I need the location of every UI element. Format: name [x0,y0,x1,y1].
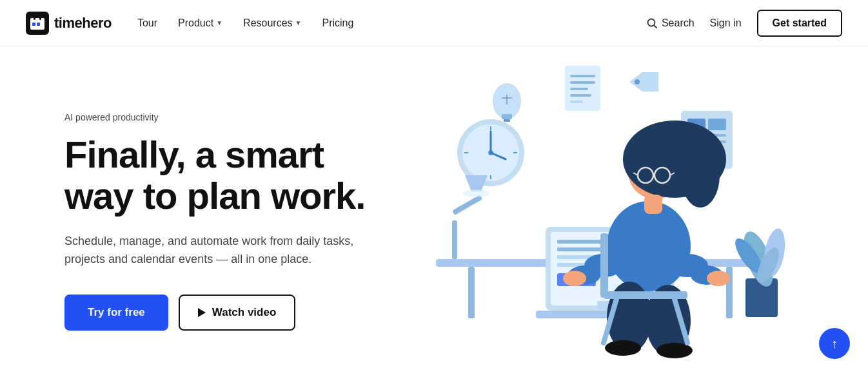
nav-item-product[interactable]: Product ▼ [178,17,222,29]
nav-item-resources[interactable]: Resources ▼ [243,17,301,29]
svg-point-20 [635,79,640,84]
svg-marker-19 [629,72,658,92]
svg-point-68 [563,271,586,286]
svg-rect-63 [644,195,662,214]
get-started-button[interactable]: Get started [757,10,842,37]
svg-rect-3 [39,16,41,20]
watch-video-button[interactable]: Watch video [179,295,296,331]
svg-marker-43 [465,175,488,191]
logo-link[interactable]: timehero [26,12,112,35]
svg-rect-2 [34,16,35,20]
svg-rect-77 [600,233,608,298]
svg-rect-10 [504,119,510,122]
svg-point-69 [707,271,730,286]
hero-description: Schedule, manage, and automate work from… [64,233,374,269]
hero-content: AI powered productivity Finally, a smart… [64,93,426,331]
signin-button[interactable]: Sign in [710,17,742,29]
svg-point-57 [681,143,720,208]
svg-rect-16 [570,88,588,90]
svg-rect-14 [570,75,595,77]
svg-rect-39 [468,267,475,318]
nav-item-tour[interactable]: Tour [137,17,157,29]
product-arrow-icon: ▼ [216,19,222,26]
hero-buttons: Try for free Watch video [64,295,426,331]
svg-point-6 [647,19,655,26]
nav-link-resources[interactable]: Resources ▼ [243,17,301,29]
svg-rect-9 [502,114,512,119]
svg-point-54 [607,201,691,291]
svg-rect-4 [32,23,35,26]
svg-rect-15 [570,81,595,84]
search-icon [646,17,658,29]
svg-rect-17 [570,94,591,97]
hero-section: AI powered productivity Finally, a smart… [0,46,868,377]
hero-title: Finally, a smart way to plan work. [64,134,426,217]
navbar: timehero Tour Product ▼ Resources ▼ Pric… [0,0,868,46]
nav-link-tour[interactable]: Tour [137,17,157,29]
nav-link-pricing[interactable]: Pricing [322,17,353,29]
logo-icon [26,12,49,35]
hero-subtitle: AI powered productivity [64,112,426,122]
nav-links: Tour Product ▼ Resources ▼ Pricing [137,17,353,29]
svg-rect-42 [452,195,482,215]
svg-rect-41 [452,220,457,259]
search-button[interactable]: Search [646,17,695,29]
resources-arrow-icon: ▼ [295,19,302,26]
nav-item-pricing[interactable]: Pricing [322,17,353,29]
nav-link-product[interactable]: Product ▼ [178,17,222,29]
nav-right: Search Sign in Get started [646,10,842,37]
svg-point-44 [463,189,489,197]
try-for-free-button[interactable]: Try for free [64,295,168,331]
svg-rect-18 [570,101,583,103]
hero-illustration [426,46,804,377]
logo-text: timehero [54,15,112,32]
scroll-to-top-button[interactable]: ↑ [819,328,850,359]
play-icon [198,308,206,317]
svg-line-7 [654,25,656,28]
svg-rect-5 [37,23,40,26]
svg-point-72 [605,340,641,356]
hero-illustration-svg [417,46,816,369]
svg-rect-32 [708,119,726,130]
chevron-up-icon: ↑ [831,336,838,351]
